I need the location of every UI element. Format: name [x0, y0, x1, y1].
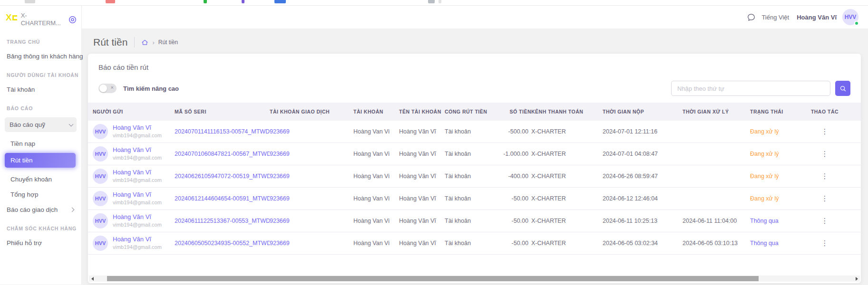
col-header[interactable]: TÊN TÀI KHOẢN [399, 109, 445, 114]
sender-name-link[interactable]: Hoàng Văn Vĩ [113, 146, 162, 154]
trading-account-link[interactable]: 923669 [270, 151, 290, 157]
sidebar-section-customer-care: CHĂM SÓC KHÁCH HÀNG [7, 226, 75, 231]
sidebar-item-dashboard[interactable]: Bảng thông tin khách hàng [7, 53, 75, 60]
sidebar-item-transaction-report[interactable]: Báo cáo giao dịch [7, 206, 74, 213]
amount-cell: -1.000.00 [493, 151, 531, 157]
account-cell: Hoàng Van Vi [353, 151, 399, 157]
seri-link[interactable]: 20240605050234935-00552_MTWD [175, 240, 270, 247]
user-name[interactable]: Hoàng Văn Vĩ [797, 14, 837, 21]
col-header[interactable]: TÀI KHOẢN [353, 109, 399, 114]
gateway-cell: Tài khoản [445, 195, 493, 202]
search-button[interactable] [835, 81, 850, 96]
submitted-at-cell: 2024-06-11 10:25:13 [603, 218, 683, 224]
avatar: HVV [93, 213, 108, 228]
sender-email: vimb194@gmail.com [113, 177, 162, 183]
col-header[interactable]: THỜI GIAN XỬ LÝ [683, 109, 750, 114]
channel-cell: X-CHARTER [531, 218, 603, 224]
language-selector[interactable]: Tiếng Việt [761, 14, 789, 21]
amount-cell: -50.00 [493, 240, 531, 247]
col-header[interactable]: TÀI KHOẢN GIAO DỊCH [270, 109, 353, 114]
amount-cell: -50.00 [493, 218, 531, 224]
trading-account-link[interactable]: 923669 [270, 173, 290, 180]
sidebar-item-support-ticket[interactable]: Phiếu hỗ trợ [7, 239, 75, 247]
advanced-search-toggle[interactable]: × [98, 84, 117, 93]
seri-link[interactable]: 20240611122513367-00553_MTWD [175, 218, 270, 224]
sender-name-link[interactable]: Hoàng Văn Vĩ [113, 213, 162, 221]
scroll-left-arrow[interactable] [89, 276, 96, 282]
table-row: HVV Hoàng Văn Vĩ vimb194@gmail.com 20240… [88, 210, 861, 232]
col-header[interactable]: MÃ SỐ SERI [175, 109, 270, 114]
row-actions-button[interactable]: ⋮ [819, 194, 831, 203]
sidebar-item-deposit[interactable]: Tiền nạp [10, 140, 75, 147]
sidebar-section-users: NGƯỜI DÙNG/ TÀI KHOẢN [7, 72, 75, 78]
chat-icon[interactable] [747, 13, 756, 22]
trading-account-link[interactable]: 923669 [270, 128, 290, 135]
submitted-at-cell: 2024-07-01 12:11:16 [603, 128, 683, 135]
sender-email: vimb194@gmail.com [113, 244, 162, 250]
gateway-cell: Tài khoản [445, 128, 493, 135]
account-cell: Hoàng Van Vi [353, 240, 399, 247]
trading-account-link[interactable]: 923669 [270, 195, 290, 202]
horizontal-scrollbar[interactable] [89, 276, 860, 282]
scroll-right-arrow[interactable] [853, 276, 860, 282]
status-badge: Đang xử lý [750, 173, 779, 180]
table-row: HVV Hoàng Văn Vĩ vimb194@gmail.com 20240… [88, 188, 861, 210]
account-cell: Hoàng Van Vi [353, 173, 399, 180]
col-header[interactable]: THAO TÁC [808, 109, 841, 114]
page-title: Rút tiền [93, 37, 127, 48]
sidebar-item-withdraw[interactable]: Rút tiền [5, 153, 76, 168]
avatar: HVV [93, 236, 108, 251]
sender-name-link[interactable]: Hoàng Văn Vĩ [113, 124, 162, 132]
scrollbar-thumb[interactable] [107, 276, 759, 281]
status-badge: Đang xử lý [750, 128, 779, 135]
account-name-cell: Hoàng Văn Vĩ [399, 173, 445, 180]
favicon-fragment [242, 0, 244, 3]
account-cell: Hoàng Van Vi [353, 195, 399, 202]
sidebar-item-fund-report[interactable]: Báo cáo quỹ [5, 117, 77, 132]
avatar[interactable]: HVV [842, 9, 858, 25]
col-header[interactable]: THỜI GIAN NỘP [603, 109, 683, 114]
favicon-fragment [106, 0, 115, 3]
col-header[interactable]: TRẠNG THÁI [750, 109, 808, 114]
channel-cell: X-CHARTER [531, 240, 603, 247]
trading-account-link[interactable]: 923669 [270, 240, 290, 247]
browser-bookmarks-strip [0, 0, 868, 6]
col-header[interactable]: KÊNH THANH TOÁN [531, 109, 603, 114]
seri-link[interactable]: 20240701060847821-00567_MTWD [175, 151, 270, 157]
seri-link[interactable]: 20240612144604654-00591_MTWD [175, 195, 270, 202]
sidebar-item-transfer[interactable]: Chuyển khoản [10, 176, 75, 183]
sender-name-link[interactable]: Hoàng Văn Vĩ [113, 169, 162, 177]
trading-account-link[interactable]: 923669 [270, 218, 290, 224]
col-header[interactable]: CỔNG RÚT TIỀN [445, 109, 493, 114]
amount-cell: -50.00 [493, 195, 531, 202]
sidebar-collapse-toggle-icon[interactable] [68, 16, 77, 26]
logo[interactable]: X X-CHARTERM... [0, 6, 81, 27]
seri-link[interactable]: 20240626105947072-00519_MTWD [175, 173, 270, 180]
sidebar-item-accounts[interactable]: Tài khoản [7, 86, 75, 93]
seri-link[interactable]: 20240701141116153-00574_MTWD [175, 128, 270, 135]
favicon-fragment [204, 0, 207, 3]
row-actions-button[interactable]: ⋮ [819, 127, 831, 136]
table-row: HVV Hoàng Văn Vĩ vimb194@gmail.com 20240… [88, 121, 861, 143]
sidebar-item-summary[interactable]: Tổng hợp [10, 191, 75, 198]
account-name-cell: Hoàng Văn Vĩ [399, 151, 445, 157]
col-header[interactable]: NGƯỜI GỬI [93, 109, 175, 114]
divider [134, 37, 135, 48]
gateway-cell: Tài khoản [445, 173, 493, 180]
scrollbar-track[interactable] [96, 276, 853, 282]
favicon-fragment [25, 0, 35, 3]
row-actions-button[interactable]: ⋮ [819, 239, 831, 247]
row-actions-button[interactable]: ⋮ [819, 217, 831, 225]
row-actions-button[interactable]: ⋮ [819, 172, 831, 180]
account-name-cell: Hoàng Văn Vĩ [399, 128, 445, 135]
row-actions-button[interactable]: ⋮ [819, 150, 831, 158]
search-input[interactable] [671, 81, 830, 96]
sender-name-link[interactable]: Hoàng Văn Vĩ [113, 236, 162, 244]
processed-at-cell: 2024-06-11 11:04:00 [683, 218, 750, 224]
home-icon[interactable] [141, 39, 148, 46]
avatar: HVV [93, 191, 108, 206]
sender-name-link[interactable]: Hoàng Văn Vĩ [113, 191, 162, 199]
sidebar: X X-CHARTERM... TRANG CHỦ Bảng thông tin… [0, 6, 82, 285]
col-header[interactable]: SỐ TIỀN [493, 109, 531, 114]
status-badge: Đang xử lý [750, 151, 779, 157]
